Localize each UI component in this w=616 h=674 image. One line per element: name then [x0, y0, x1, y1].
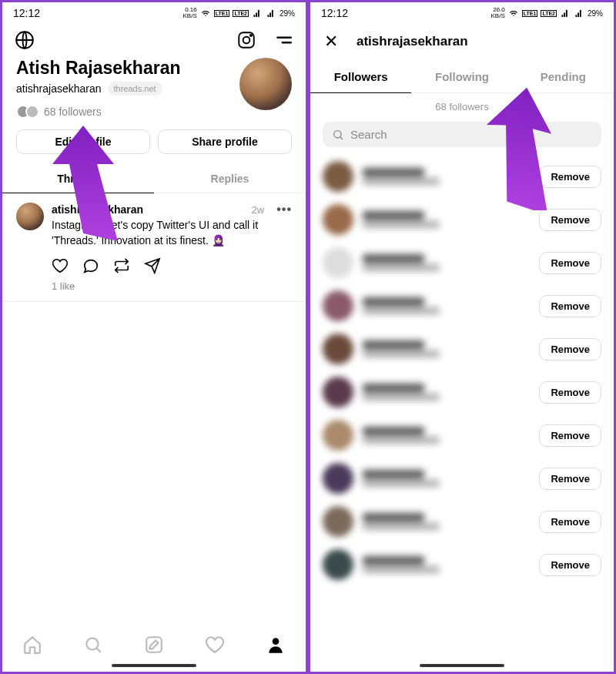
follower-name [363, 168, 530, 185]
globe-icon[interactable] [15, 30, 35, 50]
nav-home-icon[interactable] [22, 635, 42, 655]
remove-button[interactable]: Remove [539, 338, 601, 360]
wifi-icon [508, 9, 519, 18]
followers-count: 68 followers [44, 106, 102, 118]
status-bar: 12:12 0.16KB/S LTE1 LTE2 29% [2, 2, 306, 22]
tab-following[interactable]: Following [411, 61, 512, 92]
follower-avatar[interactable] [323, 377, 353, 407]
follower-row[interactable]: Remove [310, 198, 614, 241]
follower-row[interactable]: Remove [310, 543, 614, 586]
follower-avatar[interactable] [323, 334, 353, 364]
svg-rect-8 [146, 637, 162, 652]
follower-name [363, 254, 530, 271]
status-time: 12:12 [13, 7, 40, 19]
nav-search-icon[interactable] [83, 635, 103, 655]
follower-name [363, 297, 530, 314]
profile-screen: 12:12 0.16KB/S LTE1 LTE2 29% Atish Rajas… [0, 0, 308, 674]
comment-icon[interactable] [82, 257, 99, 274]
follower-name [363, 513, 530, 530]
tab-replies[interactable]: Replies [154, 165, 306, 193]
post-avatar[interactable] [16, 203, 44, 230]
follower-avatar[interactable] [323, 506, 353, 537]
search-icon [332, 129, 344, 141]
lte1-icon: LTE1 [214, 10, 230, 17]
follower-name [363, 384, 530, 401]
follower-count-label: 68 followers [310, 93, 614, 117]
wifi-icon [200, 9, 211, 18]
follower-avatar[interactable] [323, 161, 353, 192]
lte2-icon: LTE2 [541, 10, 557, 17]
repost-icon[interactable] [113, 257, 130, 274]
follower-list[interactable]: RemoveRemoveRemoveRemoveRemoveRemoveRemo… [310, 155, 614, 661]
post-text: Instagram: Let's copy Twitter's UI and c… [52, 218, 292, 248]
share-profile-button[interactable]: Share profile [158, 129, 292, 154]
remove-button[interactable]: Remove [539, 295, 601, 317]
nav-compose-icon[interactable] [144, 635, 164, 655]
status-bar: 12:12 26.0KB/S LTE1 LTE2 29% [310, 2, 614, 22]
remove-button[interactable]: Remove [539, 166, 601, 188]
remove-button[interactable]: Remove [539, 252, 601, 274]
remove-button[interactable]: Remove [539, 468, 601, 490]
threads-badge[interactable]: threads.net [108, 82, 162, 96]
header-username: atishrajasekharan [357, 34, 468, 49]
remove-button[interactable]: Remove [539, 511, 601, 533]
battery-label: 29% [588, 9, 603, 18]
svg-point-6 [87, 638, 99, 649]
bottom-nav [2, 625, 306, 661]
svg-line-7 [97, 648, 101, 652]
follower-row[interactable]: Remove [310, 155, 614, 198]
follower-row[interactable]: Remove [310, 500, 614, 543]
post-likes[interactable]: 1 like [52, 280, 292, 292]
follower-avatar[interactable] [323, 247, 353, 278]
profile-avatar[interactable] [239, 58, 292, 110]
follower-avatar[interactable] [323, 420, 353, 451]
username: atishrajasekharan [16, 82, 102, 95]
profile-tabs: Threads Replies [2, 165, 306, 193]
svg-point-9 [272, 638, 279, 645]
post-time: 2w [252, 204, 265, 216]
post-more-icon[interactable]: ••• [276, 203, 292, 216]
instagram-icon[interactable] [236, 30, 256, 50]
tab-threads[interactable]: Threads [2, 165, 154, 193]
post-username[interactable]: atishrajasekharan [52, 203, 143, 216]
follower-row[interactable]: Remove [310, 371, 614, 414]
nav-profile-icon[interactable] [266, 635, 286, 655]
close-icon[interactable]: ✕ [324, 32, 338, 52]
follower-avatar[interactable] [323, 204, 353, 235]
signal2-icon [574, 9, 584, 18]
follower-name [363, 556, 530, 573]
like-icon[interactable] [52, 257, 69, 274]
signal-icon [252, 9, 263, 18]
follower-avatar[interactable] [323, 549, 353, 580]
menu-icon[interactable] [273, 30, 293, 50]
lte1-icon: LTE1 [522, 10, 538, 17]
follower-avatar[interactable] [323, 290, 353, 321]
search-input[interactable]: Search [323, 122, 601, 147]
svg-point-2 [243, 37, 250, 44]
battery-label: 29% [280, 9, 295, 18]
tab-followers[interactable]: Followers [310, 61, 411, 93]
follower-row[interactable]: Remove [310, 457, 614, 500]
edit-profile-button[interactable]: Edit profile [16, 129, 150, 154]
profile-section: Atish Rajasekharan atishrajasekharan thr… [2, 58, 306, 129]
follower-row[interactable]: Remove [310, 241, 614, 284]
remove-button[interactable]: Remove [539, 209, 601, 231]
follower-name [363, 470, 530, 487]
remove-button[interactable]: Remove [539, 554, 601, 576]
follower-row[interactable]: Remove [310, 414, 614, 457]
share-icon[interactable] [144, 257, 161, 274]
remove-button[interactable]: Remove [539, 424, 601, 447]
followers-link[interactable]: 68 followers [16, 105, 292, 119]
home-indicator [420, 664, 504, 667]
post-item[interactable]: atishrajasekharan 2w ••• Instagram: Let'… [2, 193, 306, 302]
tab-pending[interactable]: Pending [513, 61, 614, 92]
signal-icon [560, 9, 571, 18]
followers-screen: 12:12 26.0KB/S LTE1 LTE2 29% ✕ atishraja… [308, 0, 616, 674]
nav-activity-icon[interactable] [205, 635, 225, 655]
svg-point-10 [334, 130, 341, 137]
follower-row[interactable]: Remove [310, 327, 614, 371]
followers-header: ✕ atishrajasekharan [310, 22, 614, 61]
follower-row[interactable]: Remove [310, 284, 614, 327]
follower-avatar[interactable] [323, 463, 353, 494]
remove-button[interactable]: Remove [539, 381, 601, 404]
